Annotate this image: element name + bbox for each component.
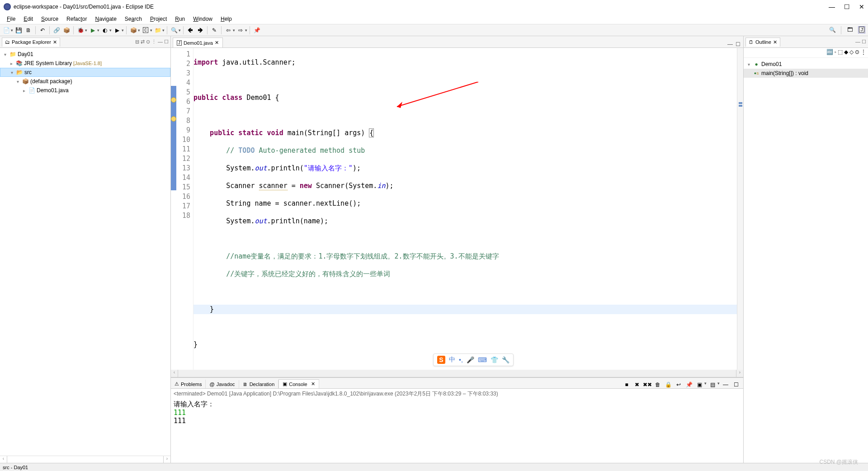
- code-content[interactable]: import java.util.Scanner; public class D…: [193, 48, 737, 370]
- maximize-icon[interactable]: ☐: [164, 39, 169, 45]
- outline-menu-icon[interactable]: ⋮: [861, 49, 866, 57]
- collapse-all-icon[interactable]: ⊟: [135, 39, 139, 45]
- menu-window[interactable]: Window: [189, 14, 217, 24]
- editor-scroll-right-icon[interactable]: ›: [736, 370, 743, 377]
- menu-edit[interactable]: Edit: [19, 14, 37, 24]
- new-folder-icon[interactable]: 📁: [154, 27, 161, 34]
- close-editor-icon[interactable]: ✕: [215, 40, 219, 46]
- ime-mic-icon[interactable]: 🎤: [467, 356, 474, 363]
- open-type-icon[interactable]: 🔗: [53, 27, 60, 34]
- new-package-icon[interactable]: 📦: [130, 27, 137, 34]
- open-console-icon[interactable]: ▤: [709, 381, 716, 388]
- search-toolbar-icon[interactable]: 🔍: [170, 27, 178, 34]
- prev-annotation-icon[interactable]: 🡸: [187, 27, 194, 34]
- editor-scroll-left-icon[interactable]: ‹: [171, 370, 178, 377]
- ime-lang[interactable]: 中: [449, 356, 455, 364]
- maximize-button[interactable]: ☐: [844, 3, 850, 10]
- hide-local-icon[interactable]: ◇: [849, 49, 854, 57]
- menu-run[interactable]: Run: [171, 14, 189, 24]
- close-button[interactable]: ✕: [859, 3, 864, 10]
- outline-method[interactable]: ●S main(String[]) : void: [744, 69, 868, 78]
- ime-skin-icon[interactable]: 👕: [491, 356, 498, 363]
- ime-kb-icon[interactable]: ⌨: [478, 356, 487, 363]
- menu-navigate[interactable]: Navigate: [91, 14, 120, 24]
- pin-console-icon[interactable]: 📌: [685, 381, 693, 388]
- new-icon[interactable]: 📄: [3, 27, 10, 34]
- scroll-right-icon[interactable]: ›: [163, 456, 170, 463]
- scroll-left-icon[interactable]: ‹: [0, 456, 7, 463]
- package-explorer-tab[interactable]: 🗂 Package Explorer ✕: [2, 38, 60, 47]
- hide-static-icon[interactable]: ⬚: [838, 49, 843, 57]
- next-annotation-icon[interactable]: 🡺: [197, 27, 204, 34]
- editor-tab-demo01[interactable]: 🄹 Demo01.java ✕: [173, 38, 223, 47]
- word-wrap-icon[interactable]: ↩: [675, 381, 682, 388]
- outline-minimize-icon[interactable]: —: [855, 39, 860, 45]
- outline-tree[interactable]: ▾● Demo01 ●S main(String[]) : void: [744, 58, 868, 463]
- ime-tool-icon[interactable]: 🔧: [502, 356, 509, 363]
- editor-maximize-icon[interactable]: ☐: [736, 41, 741, 47]
- link-editor-icon[interactable]: ⇄: [141, 39, 145, 45]
- sort-icon[interactable]: 🔤: [826, 49, 833, 57]
- hide-fields-icon[interactable]: ◦: [835, 49, 836, 57]
- package-tree[interactable]: ▾📁 Day01 ▸📚 JRE System Library [JavaSE-1…: [0, 48, 170, 456]
- focus-icon[interactable]: ⊙: [146, 39, 150, 45]
- editor-minimize-icon[interactable]: —: [727, 41, 733, 47]
- menu-refactor[interactable]: Refactor: [62, 14, 91, 24]
- editor-scrollbar-h[interactable]: [178, 370, 736, 377]
- ime-punct-icon[interactable]: •,: [459, 356, 463, 363]
- save-all-icon[interactable]: 🗎: [25, 27, 32, 34]
- bottom-minimize-icon[interactable]: —: [722, 381, 729, 388]
- clear-console-icon[interactable]: 🗑: [654, 381, 661, 388]
- display-console-icon[interactable]: ▣: [696, 381, 703, 388]
- tab-console[interactable]: ▣Console✕: [278, 379, 319, 388]
- close-outline-icon[interactable]: ✕: [773, 39, 777, 45]
- undo-icon[interactable]: ↶: [39, 27, 46, 34]
- editor-area[interactable]: 12 34 56 78 910 1112 1314 1516 1718 impo…: [171, 48, 743, 370]
- tab-problems[interactable]: ⚠Problems: [171, 380, 206, 388]
- coverage-icon[interactable]: ◐: [101, 27, 108, 34]
- ime-toolbar[interactable]: S 中 •, 🎤 ⌨ 👕 🔧: [433, 353, 514, 366]
- overview-ruler[interactable]: [737, 48, 743, 370]
- tab-javadoc[interactable]: @Javadoc: [206, 380, 239, 388]
- outline-tab[interactable]: 🗒 Outline ✕: [745, 38, 780, 47]
- hide-nonpublic-icon[interactable]: ◆: [844, 49, 848, 57]
- save-icon[interactable]: 💾: [15, 27, 22, 34]
- scroll-lock-icon[interactable]: 🔒: [665, 381, 672, 388]
- tree-jre[interactable]: ▸📚 JRE System Library [JavaSE-1.8]: [0, 59, 170, 68]
- outline-maximize-icon[interactable]: ☐: [862, 39, 866, 45]
- access-search-icon[interactable]: 🔍: [829, 26, 836, 33]
- tree-project[interactable]: ▾📁 Day01: [0, 50, 170, 59]
- last-edit-icon[interactable]: ✎: [211, 27, 218, 34]
- outline-class[interactable]: ▾● Demo01: [744, 60, 868, 69]
- tree-package[interactable]: ▾📦 (default package): [0, 77, 170, 86]
- remove-launch-icon[interactable]: ✖: [633, 381, 641, 388]
- pin-icon[interactable]: 📌: [253, 27, 260, 34]
- bottom-maximize-icon[interactable]: ☐: [732, 381, 740, 388]
- view-menu-icon[interactable]: ⋮: [151, 39, 156, 45]
- back-icon[interactable]: ⇦: [225, 27, 232, 34]
- tree-src[interactable]: ▾📂 src: [0, 68, 170, 77]
- menu-search[interactable]: Search: [121, 14, 146, 24]
- debug-icon[interactable]: 🐞: [77, 27, 84, 34]
- minimize-icon[interactable]: —: [158, 39, 163, 45]
- java-perspective-icon[interactable]: 🄹: [858, 26, 865, 33]
- focus-active-icon[interactable]: ⊙: [855, 49, 859, 57]
- run-icon[interactable]: ▶: [89, 27, 96, 34]
- forward-icon[interactable]: ⇨: [237, 27, 244, 34]
- run-last-icon[interactable]: ▶: [113, 27, 121, 34]
- tree-file[interactable]: ▸📄 Demo01.java: [0, 86, 170, 95]
- close-console-icon[interactable]: ✕: [311, 381, 315, 387]
- tab-declaration[interactable]: 🗎Declaration: [239, 380, 279, 388]
- menu-project[interactable]: Project: [146, 14, 171, 24]
- scrollbar-h[interactable]: [7, 456, 163, 463]
- menu-help[interactable]: Help: [217, 14, 236, 24]
- perspective-icon[interactable]: 🗔: [846, 26, 854, 33]
- console-output[interactable]: 请输入名字： 111 111: [171, 399, 743, 463]
- menu-file[interactable]: File: [3, 14, 19, 24]
- menu-source[interactable]: Source: [37, 14, 62, 24]
- close-tab-icon[interactable]: ✕: [53, 39, 57, 45]
- minimize-button[interactable]: —: [829, 3, 835, 10]
- new-class-icon[interactable]: 🄲: [142, 27, 149, 34]
- remove-all-icon[interactable]: ✖✖: [644, 381, 651, 388]
- terminate-icon[interactable]: ■: [623, 381, 630, 388]
